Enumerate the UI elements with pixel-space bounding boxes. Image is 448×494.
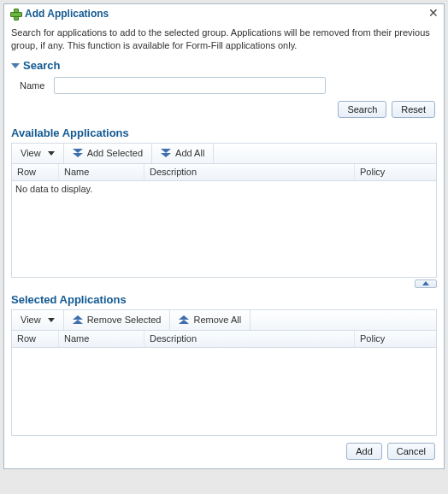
name-label: Name <box>20 80 54 91</box>
remove-all-label: Remove All <box>193 315 241 325</box>
view-label: View <box>21 148 41 158</box>
remove-selected-button[interactable]: Remove Selected <box>64 310 171 330</box>
plus-icon <box>9 8 21 20</box>
search-name-row: Name <box>20 77 437 94</box>
cancel-button[interactable]: Cancel <box>387 443 435 460</box>
double-chevron-down-icon <box>73 149 83 157</box>
add-button[interactable]: Add <box>346 443 382 460</box>
remove-selected-label: Remove Selected <box>87 315 162 325</box>
disclosure-icon <box>11 63 20 68</box>
dialog-body: Search for applications to add to the se… <box>4 21 444 468</box>
view-label: View <box>21 315 41 325</box>
add-applications-dialog: Add Applications ✕ Search for applicatio… <box>3 3 445 469</box>
dialog-title: Add Applications <box>25 8 109 20</box>
double-chevron-down-icon <box>161 149 171 157</box>
col-name[interactable]: Name <box>59 164 144 180</box>
selected-heading: Selected Applications <box>11 293 437 306</box>
remove-all-button[interactable]: Remove All <box>170 310 251 330</box>
dialog-footer: Add Cancel <box>11 441 437 462</box>
close-icon[interactable]: ✕ <box>428 7 439 19</box>
chevron-down-icon <box>48 151 55 156</box>
available-grid: Row Name Description Policy No data to d… <box>11 163 437 278</box>
search-heading-label: Search <box>23 59 60 72</box>
selected-grid-body <box>12 348 436 435</box>
empty-text: No data to display. <box>15 184 92 194</box>
available-view-menu[interactable]: View <box>12 144 64 163</box>
available-heading: Available Applications <box>11 126 437 139</box>
search-button-row: Search Reset <box>11 101 435 118</box>
available-grid-body: No data to display. <box>12 181 436 277</box>
col-description[interactable]: Description <box>144 164 355 180</box>
selected-heading-label: Selected Applications <box>11 293 127 306</box>
col-row[interactable]: Row <box>12 331 59 347</box>
available-heading-label: Available Applications <box>11 126 129 139</box>
selected-view-menu[interactable]: View <box>12 310 64 330</box>
dialog-header: Add Applications ✕ <box>4 3 444 21</box>
add-selected-button[interactable]: Add Selected <box>64 144 152 163</box>
add-selected-label: Add Selected <box>87 148 143 158</box>
dialog-description: Search for applications to add to the se… <box>11 26 437 52</box>
add-all-button[interactable]: Add All <box>152 144 214 163</box>
search-button[interactable]: Search <box>338 101 386 118</box>
chevron-down-icon <box>48 318 55 322</box>
collapse-up-handle[interactable] <box>415 279 437 288</box>
available-grid-header: Row Name Description Policy <box>12 164 436 181</box>
col-name[interactable]: Name <box>59 331 144 347</box>
split-resizer <box>11 279 437 288</box>
available-panel: View Add Selected Add All Row Name Descr… <box>11 143 437 278</box>
name-input[interactable] <box>54 77 326 94</box>
col-description[interactable]: Description <box>144 331 355 347</box>
selected-grid-header: Row Name Description Policy <box>12 331 436 348</box>
double-chevron-up-icon <box>73 315 83 324</box>
double-chevron-up-icon <box>179 315 189 324</box>
col-policy[interactable]: Policy <box>355 331 436 347</box>
selected-panel: View Remove Selected Remove All Row Name… <box>11 309 437 436</box>
col-policy[interactable]: Policy <box>355 164 436 180</box>
search-heading[interactable]: Search <box>11 59 437 72</box>
available-toolbar: View Add Selected Add All <box>11 143 437 163</box>
selected-grid: Row Name Description Policy <box>11 330 437 436</box>
col-row[interactable]: Row <box>12 164 59 180</box>
selected-toolbar: View Remove Selected Remove All <box>11 309 437 330</box>
reset-button[interactable]: Reset <box>392 101 435 118</box>
add-all-label: Add All <box>175 148 204 158</box>
